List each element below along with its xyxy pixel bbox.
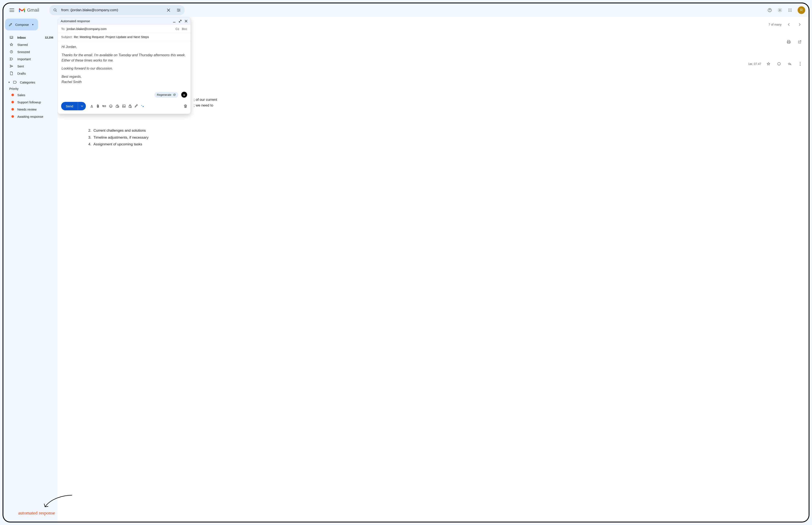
priority-sales[interactable]: Sales — [5, 91, 56, 99]
discard-draft-icon[interactable] — [184, 104, 187, 108]
body-line: ; of our current — [194, 97, 803, 103]
search-options-icon[interactable] — [175, 6, 183, 14]
body-line: ; we need to — [194, 103, 803, 108]
compose-body[interactable]: Hi Jordan, Thanks for the email. I'm ava… — [58, 41, 191, 92]
send-button[interactable]: Send — [61, 102, 86, 110]
nav-label: Sent — [17, 64, 24, 68]
priority-support-followup[interactable]: Support followup — [5, 99, 56, 106]
priority-label-text: Support followup — [17, 100, 41, 104]
newer-button[interactable] — [796, 21, 803, 28]
svg-point-6 — [779, 10, 781, 11]
gmail-logo[interactable]: Gmail — [19, 7, 39, 13]
svg-point-27 — [123, 105, 123, 106]
more-icon[interactable] — [797, 60, 803, 67]
image-icon[interactable] — [122, 104, 126, 108]
important-icon — [9, 58, 14, 60]
clock-icon — [9, 50, 14, 54]
to-row[interactable]: To: jordan.blake@company.com Cc Bcc — [58, 25, 191, 33]
emoji-reaction-icon[interactable] — [776, 60, 782, 67]
svg-point-14 — [789, 11, 790, 12]
nav-starred[interactable]: Starred — [5, 41, 56, 48]
product-name: Gmail — [27, 7, 39, 13]
bcc-button[interactable]: Bcc — [182, 27, 187, 31]
older-button[interactable] — [785, 21, 793, 28]
close-icon[interactable] — [184, 20, 188, 22]
compose-header[interactable]: Automated response — [58, 17, 191, 25]
main-menu-button[interactable] — [7, 5, 17, 15]
agenda-item: 3.Timeline adjustments, if necessary — [88, 134, 803, 141]
dot-icon — [11, 94, 14, 96]
priority-label-text: Needs review — [17, 108, 36, 111]
agenda-list: 2.Current challenges and solutions 3.Tim… — [63, 127, 803, 148]
sent-icon — [9, 64, 14, 68]
nav-drafts[interactable]: Drafts — [5, 70, 56, 77]
svg-point-9 — [791, 9, 792, 9]
svg-point-7 — [788, 9, 789, 9]
categories-toggle[interactable]: ▼ Categories — [5, 79, 56, 86]
nav-label: Drafts — [17, 72, 26, 75]
regenerate-button[interactable]: Regenerate — [154, 92, 178, 97]
body-line: Looking forward to our discussion. — [61, 66, 187, 71]
priority-heading: Priority — [5, 86, 56, 91]
brand-badge[interactable]: u — [181, 92, 187, 97]
nav-label: Important — [17, 57, 31, 61]
account-avatar[interactable]: R — [798, 6, 805, 14]
reply-icon[interactable] — [786, 60, 793, 67]
nav-sent[interactable]: Sent — [5, 63, 56, 70]
compose-button[interactable]: Compose ▼ — [5, 19, 38, 30]
subject-value: Re: Meeting Request: Project Update and … — [74, 35, 187, 39]
star-message-icon[interactable] — [765, 60, 772, 67]
main-panel: 7 of many Next Steps 1ar, 07.47 — [58, 17, 809, 522]
svg-point-22 — [800, 65, 801, 66]
regenerate-row: Regenerate u — [58, 92, 191, 100]
help-icon[interactable] — [766, 6, 774, 14]
attach-icon[interactable] — [97, 104, 99, 108]
svg-point-18 — [778, 63, 779, 64]
compose-window: Automated response To: jordan.blake@comp… — [58, 17, 191, 114]
subject-label: Subject: — [61, 35, 73, 39]
nav-label: Inbox — [17, 36, 26, 39]
clear-search-icon[interactable] — [164, 6, 173, 14]
link-icon[interactable] — [102, 105, 106, 107]
compose-label: Compose — [15, 23, 29, 26]
sidebar: Compose ▼ Inbox 12,156 Starred Snoozed — [3, 17, 58, 522]
fullscreen-icon[interactable] — [179, 20, 182, 22]
open-new-window-icon[interactable] — [796, 38, 803, 46]
nav-snoozed[interactable]: Snoozed — [5, 48, 56, 55]
svg-point-24 — [110, 106, 110, 106]
svg-point-1 — [178, 9, 178, 9]
nav-important[interactable]: Important — [5, 55, 56, 63]
send-options-caret[interactable] — [78, 102, 86, 110]
signature-icon[interactable] — [134, 104, 138, 108]
cc-button[interactable]: Cc — [176, 27, 179, 31]
svg-point-20 — [800, 62, 801, 63]
search-input[interactable] — [61, 8, 163, 12]
subject-row[interactable]: Subject: Re: Meeting Request: Project Up… — [58, 33, 191, 41]
svg-point-13 — [788, 11, 789, 12]
priority-label-text: Awaiting response — [17, 115, 43, 118]
print-icon[interactable] — [785, 38, 793, 46]
drive-icon[interactable] — [116, 104, 119, 108]
app-header: Gmail — [3, 3, 809, 17]
apps-icon[interactable] — [786, 6, 794, 14]
refresh-icon — [173, 93, 176, 96]
svg-point-17 — [778, 62, 781, 65]
priority-awaiting-response[interactable]: Awaiting response — [5, 113, 56, 120]
drafts-icon — [9, 72, 14, 75]
pencil-icon — [9, 22, 13, 27]
dot-icon — [11, 108, 14, 110]
ai-assist-icon[interactable] — [141, 104, 144, 108]
emoji-icon[interactable] — [109, 104, 113, 108]
svg-point-21 — [800, 63, 801, 64]
compose-toolbar: Send — [58, 100, 191, 114]
format-text-icon[interactable] — [90, 104, 93, 108]
confidential-icon[interactable] — [129, 104, 132, 108]
header-actions: R — [766, 6, 805, 14]
settings-icon[interactable] — [776, 6, 784, 14]
minimize-icon[interactable] — [173, 20, 176, 22]
nav-inbox[interactable]: Inbox 12,156 — [5, 34, 56, 41]
priority-needs-review[interactable]: Needs review — [5, 106, 56, 113]
search-icon[interactable] — [51, 6, 59, 14]
body-line: Hi Jordan, — [61, 44, 187, 50]
nav-list: Inbox 12,156 Starred Snoozed Important — [5, 34, 56, 77]
